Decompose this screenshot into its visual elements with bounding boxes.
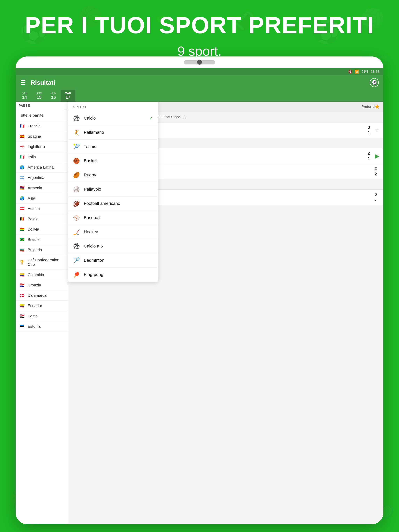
- score2-sanlorenzo: 2: [374, 171, 377, 177]
- country-name-italia: Italia: [28, 155, 65, 159]
- sidebar-item-colombia[interactable]: 🇨🇴 Colombia: [16, 270, 68, 280]
- day-num-tue: 17: [65, 95, 70, 100]
- calcio5-icon: ⚽: [73, 243, 80, 250]
- calcio-label: Calcio: [84, 116, 145, 121]
- current-time: 16:53: [371, 70, 380, 74]
- match-score-newells: 2 1: [365, 151, 373, 161]
- day-name-mon: LUN: [51, 92, 56, 95]
- sidebar-all-matches[interactable]: Tutte le partite: [16, 110, 68, 121]
- score1-agro: 0: [374, 192, 377, 197]
- sport-item-baseball[interactable]: ⚾ Baseball: [68, 211, 158, 225]
- sport-item-pallavolo[interactable]: 🏐 Pallavolo: [68, 182, 158, 196]
- sport-icon-symbol: ⚽: [371, 80, 377, 85]
- sidebar-item-argentina[interactable]: 🇦🇷 Argentina: [16, 172, 68, 183]
- status-bar: 🔇 📶 91% 16:53: [16, 68, 383, 75]
- date-tab-bar: SAB 14 DOM 15 LUN 16 MAR 17: [16, 90, 383, 102]
- day-num-sun: 15: [37, 95, 41, 100]
- country-name-caf: Caf Confederation Cup: [28, 258, 65, 267]
- sidebar-item-egitto[interactable]: 🇪🇬 Egitto: [16, 311, 68, 321]
- sidebar-item-danimarca[interactable]: 🇩🇰 Danimarca: [16, 290, 68, 301]
- country-name-estonia: Estonia: [28, 324, 65, 329]
- sport-item-calcio[interactable]: ⚽ Calcio ✓: [68, 111, 158, 125]
- date-tab-tue[interactable]: MAR 17: [61, 90, 75, 102]
- country-name-ecuador: Ecuador: [28, 304, 65, 308]
- baseball-label: Baseball: [84, 215, 153, 220]
- rugby-icon: 🏉: [73, 171, 80, 178]
- match-score-brasile: 3 1: [365, 125, 373, 135]
- rugby-label: Rugby: [84, 172, 153, 177]
- country-name-bulgaria: Bulgaria: [28, 248, 65, 252]
- sidebar-item-bulgaria[interactable]: 🇧🇬 Bulgaria: [16, 245, 68, 255]
- country-name-croazia: Croazia: [28, 283, 65, 287]
- date-tab-sat[interactable]: SAB 14: [18, 90, 32, 102]
- preferiti-star-icon[interactable]: ★: [375, 104, 380, 110]
- dropdown-header: SPORT: [68, 102, 158, 111]
- pingpong-label: Ping-pong: [84, 272, 153, 277]
- flag-caf: 🏆: [19, 260, 25, 265]
- sport-item-football-americano[interactable]: 🏈 Football americano: [68, 196, 158, 211]
- tennis-label: Tennis: [84, 144, 153, 149]
- score1-brasile: 3: [368, 125, 370, 130]
- country-name-spagna: Spagna: [28, 134, 65, 139]
- mute-icon: 🔇: [348, 70, 353, 74]
- country-name-armenia: Armenia: [28, 186, 65, 190]
- flag-argentina: 🇦🇷: [19, 175, 25, 180]
- flag-armenia: 🇦🇲: [19, 186, 25, 190]
- sport-item-hockey[interactable]: 🏒 Hockey: [68, 225, 158, 239]
- match-score-agro: 0 -: [372, 192, 380, 203]
- pallamano-icon: 🤾: [73, 129, 80, 136]
- sidebar-item-armenia[interactable]: 🇦🇲 Armenia: [16, 183, 68, 193]
- country-name-francia: Francia: [28, 124, 65, 128]
- sidebar-item-estonia[interactable]: 🇪🇪 Estonia: [16, 321, 68, 332]
- date-tab-mon[interactable]: LUN 16: [46, 90, 61, 102]
- flag-croazia: 🇭🇷: [19, 283, 25, 287]
- sidebar-item-bolivia[interactable]: 🇧🇴 Bolivia: [16, 224, 68, 234]
- sidebar-item-belgio[interactable]: 🇧🇪 Belgio: [16, 214, 68, 224]
- menu-icon[interactable]: ☰: [20, 79, 26, 86]
- sidebar-item-caf[interactable]: 🏆 Caf Confederation Cup: [16, 255, 68, 270]
- tablet-top-bar: [16, 57, 383, 68]
- country-name-austria: Austria: [28, 206, 65, 211]
- sidebar-item-italia[interactable]: 🇮🇹 Italia: [16, 152, 68, 162]
- badminton-icon: 🏸: [73, 257, 80, 264]
- sport-item-pallamano[interactable]: 🤾 Pallamano: [68, 125, 158, 140]
- sidebar-item-asia[interactable]: 🌏 Asia: [16, 193, 68, 203]
- sidebar-item-brasile[interactable]: 🇧🇷 Brasile: [16, 234, 68, 245]
- sidebar-item-america-latina[interactable]: 🌎 America Latina: [16, 162, 68, 172]
- group-star-america[interactable]: ☆: [182, 114, 187, 120]
- sidebar-item-inghilterra[interactable]: 🏴󠁧󠁢󠁥󠁮󠁧󠁿 Inghilterra: [16, 142, 68, 152]
- basket-icon: 🏀: [73, 157, 80, 164]
- battery-level: 91%: [361, 70, 368, 74]
- match-star-brasile[interactable]: ☆: [375, 127, 380, 133]
- pallamano-label: Pallamano: [84, 130, 153, 135]
- sport-item-pingpong[interactable]: 🏓 Ping-pong: [68, 267, 158, 282]
- match-score-velez: 2 2: [372, 166, 380, 177]
- preferiti-label: Preferiti: [361, 105, 375, 109]
- play-icon-newells[interactable]: ▶: [375, 152, 380, 160]
- sidebar-item-ecuador[interactable]: 🇪🇨 Ecuador: [16, 301, 68, 311]
- sport-item-calcio5[interactable]: ⚽ Calcio a 5: [68, 239, 158, 253]
- calcio-icon: ⚽: [73, 115, 80, 122]
- sport-selector-icon[interactable]: ⚽: [370, 78, 379, 87]
- pallavolo-label: Pallavolo: [84, 187, 153, 192]
- sport-item-tennis[interactable]: 🎾 Tennis: [68, 140, 158, 154]
- sport-item-badminton[interactable]: 🏸 Badminton: [68, 253, 158, 267]
- country-name-america-latina: America Latina: [28, 165, 65, 170]
- baseball-icon: ⚾: [73, 214, 80, 221]
- country-name-colombia: Colombia: [28, 273, 65, 277]
- sidebar-item-spagna[interactable]: 🇪🇸 Spagna: [16, 131, 68, 142]
- sidebar-item-croazia[interactable]: 🇭🇷 Croazia: [16, 280, 68, 290]
- sidebar-item-austria[interactable]: 🇦🇹 Austria: [16, 203, 68, 214]
- sport-item-basket[interactable]: 🏀 Basket: [68, 154, 158, 168]
- flag-bulgaria: 🇧🇬: [19, 247, 25, 252]
- sport-dropdown: SPORT ⚽ Calcio ✓ 🤾 Pallamano 🎾 Tennis 🏀 …: [68, 102, 158, 282]
- day-num-sat: 14: [22, 95, 27, 100]
- day-name-tue: MAR: [65, 92, 71, 95]
- sport-count: 9 sport.: [178, 44, 222, 58]
- date-tab-sun[interactable]: DOM 15: [32, 90, 46, 102]
- sport-item-rugby[interactable]: 🏉 Rugby: [68, 168, 158, 182]
- wifi-icon: 📶: [355, 70, 359, 74]
- badminton-label: Badminton: [84, 258, 153, 263]
- flag-ecuador: 🇪🇨: [19, 303, 25, 308]
- sidebar-item-francia[interactable]: 🇫🇷 Francia: [16, 121, 68, 131]
